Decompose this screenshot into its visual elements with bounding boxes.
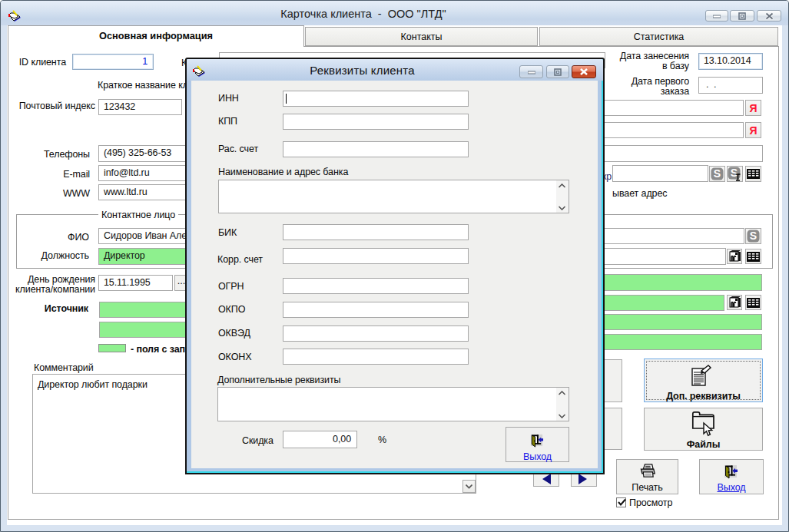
- svg-text:S: S: [714, 167, 721, 180]
- svg-text:S: S: [731, 167, 738, 179]
- svg-text:S: S: [750, 230, 757, 242]
